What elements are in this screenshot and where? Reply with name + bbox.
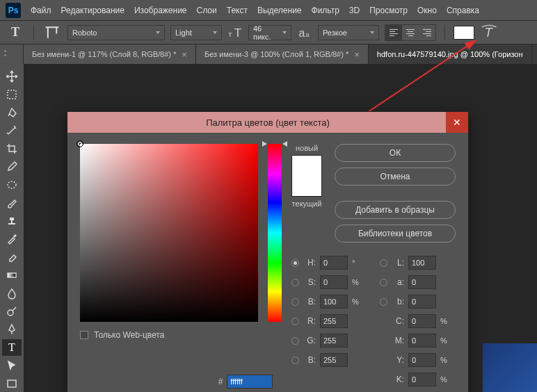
history-brush-tool[interactable] <box>2 231 22 247</box>
input-k[interactable] <box>408 373 436 386</box>
path-select-tool[interactable] <box>2 357 22 374</box>
brush-tool[interactable] <box>2 195 22 211</box>
active-tool-icon[interactable]: T <box>6 23 25 42</box>
hue-pointer[interactable] <box>282 141 287 147</box>
input-lab-b[interactable] <box>408 295 436 309</box>
radio-s[interactable] <box>291 279 299 286</box>
align-center-button[interactable] <box>402 25 419 40</box>
input-bv[interactable] <box>320 295 348 309</box>
menu-image[interactable]: Изображение <box>134 6 187 15</box>
menu-file[interactable]: Файл <box>31 6 51 15</box>
input-g[interactable] <box>320 334 348 348</box>
menu-select[interactable]: Выделение <box>257 6 302 15</box>
pen-tool[interactable] <box>2 321 22 338</box>
antialias-dropdown[interactable]: Резкое <box>318 25 379 40</box>
app-logo: Ps <box>6 3 21 18</box>
input-h[interactable] <box>320 256 348 270</box>
input-l[interactable] <box>408 256 436 270</box>
tab-label: Без имени-1 @ 117% (Слой 8, RGB/8#) * <box>32 50 176 58</box>
radio-b[interactable] <box>291 357 299 364</box>
input-a[interactable] <box>408 275 436 289</box>
radio-lab-b[interactable] <box>380 298 387 306</box>
hex-input[interactable] <box>227 375 273 389</box>
radio-bv[interactable] <box>291 298 299 306</box>
warp-text-button[interactable]: T <box>480 25 498 40</box>
separator <box>33 25 34 40</box>
hue-pointer[interactable] <box>262 141 267 147</box>
font-size-icon: тТ <box>227 25 243 40</box>
antialias-value: Резкое <box>323 28 347 37</box>
input-m[interactable] <box>408 334 436 348</box>
separator <box>444 25 445 40</box>
gradient-tool[interactable] <box>2 267 22 284</box>
current-color-swatch[interactable] <box>292 176 321 196</box>
label-g: G: <box>303 336 316 345</box>
color-libraries-button[interactable]: Библиотеки цветов <box>335 224 456 243</box>
tools-panel: T <box>0 64 24 392</box>
radio-h[interactable] <box>291 259 299 267</box>
align-right-button[interactable] <box>419 25 435 40</box>
patch-tool[interactable] <box>2 177 22 193</box>
radio-a[interactable] <box>380 279 387 286</box>
tab-strip-handle[interactable] <box>0 44 24 64</box>
eraser-tool[interactable] <box>2 249 22 266</box>
move-tool[interactable] <box>2 68 22 85</box>
radio-r[interactable] <box>291 318 299 325</box>
menu-3d[interactable]: 3D <box>349 6 360 15</box>
font-size-dropdown[interactable]: 46 пикс. <box>248 25 291 40</box>
dialog-close-button[interactable]: ✕ <box>446 112 468 133</box>
menu-help[interactable]: Справка <box>447 6 479 15</box>
label-b: B: <box>303 355 316 365</box>
ok-button[interactable]: ОК <box>335 144 456 162</box>
add-swatch-button[interactable]: Добавить в образцы <box>335 201 456 219</box>
label-h: H: <box>303 258 316 268</box>
blur-tool[interactable] <box>2 285 22 302</box>
unit-bv: % <box>352 297 362 306</box>
menu-window[interactable]: Окно <box>417 6 437 15</box>
tab-close-icon[interactable]: × <box>354 49 360 60</box>
tab-close-icon[interactable]: × <box>182 49 187 60</box>
cancel-button[interactable]: Отмена <box>335 168 456 186</box>
label-k: K: <box>392 375 404 384</box>
font-family-dropdown[interactable]: Roboto <box>67 25 165 40</box>
text-orientation-toggle[interactable] <box>42 25 62 40</box>
radio-g[interactable] <box>291 337 299 345</box>
sv-cursor[interactable] <box>77 140 83 147</box>
type-tool[interactable]: T <box>2 339 22 356</box>
input-s[interactable] <box>320 275 348 289</box>
font-weight-dropdown[interactable]: Light <box>170 25 222 40</box>
magic-wand-tool[interactable] <box>2 122 22 139</box>
dodge-tool[interactable] <box>2 303 22 320</box>
menu-text[interactable]: Текст <box>227 6 248 15</box>
tab-label: Без имени-3 @ 100% (Слой 1, RGB/8#) * <box>205 50 348 58</box>
radio-l[interactable] <box>380 259 387 267</box>
input-y[interactable] <box>408 353 436 367</box>
marquee-tool[interactable] <box>2 86 22 103</box>
new-color-label: новый <box>296 144 318 152</box>
saturation-value-field[interactable] <box>80 144 258 322</box>
menu-layers[interactable]: Слои <box>197 6 217 15</box>
eyedropper-tool[interactable] <box>2 158 22 175</box>
web-only-checkbox[interactable] <box>80 331 88 339</box>
menu-edit[interactable]: Редактирование <box>61 6 125 15</box>
crop-tool[interactable] <box>2 140 22 157</box>
lasso-tool[interactable] <box>2 104 22 121</box>
input-c[interactable] <box>408 314 436 328</box>
dialog-titlebar[interactable]: Палитра цветов (цвет текста) ✕ <box>67 112 468 133</box>
menu-view[interactable]: Просмотр <box>369 6 408 15</box>
input-b[interactable] <box>320 353 348 367</box>
text-color-swatch[interactable] <box>454 26 474 40</box>
caret-down-icon <box>370 31 374 34</box>
rectangle-tool[interactable] <box>2 375 22 392</box>
align-left-button[interactable] <box>385 25 402 40</box>
document-tab[interactable]: Без имени-3 @ 100% (Слой 1, RGB/8#) * × <box>196 44 369 64</box>
label-c: C: <box>392 316 404 326</box>
svg-text:T: T <box>485 26 494 40</box>
hue-slider[interactable] <box>268 144 282 322</box>
menu-filter[interactable]: Фильтр <box>312 6 339 15</box>
document-tab[interactable]: Без имени-1 @ 117% (Слой 8, RGB/8#) * × <box>24 44 196 64</box>
antialias-icon: aa <box>297 25 312 40</box>
input-r[interactable] <box>320 314 348 328</box>
document-tab-active[interactable]: hdfon.ru-447579140.jpg @ 100% (Горизон <box>369 44 532 64</box>
stamp-tool[interactable] <box>2 213 22 229</box>
